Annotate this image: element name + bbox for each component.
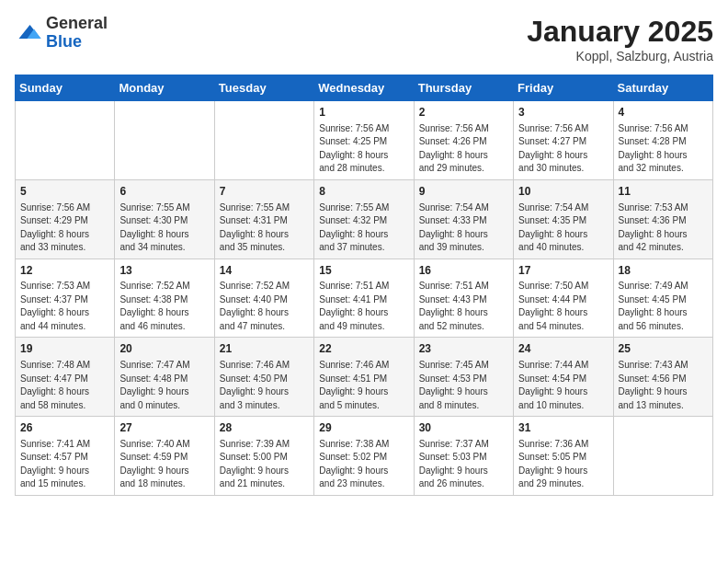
calendar-cell: 10Sunrise: 7:54 AM Sunset: 4:35 PM Dayli… [514,179,613,259]
day-info: Sunrise: 7:53 AM Sunset: 4:36 PM Dayligh… [619,201,708,255]
day-number: 7 [220,184,309,200]
page-header: General Blue January 2025 Koppl, Salzbur… [15,15,713,63]
day-info: Sunrise: 7:49 AM Sunset: 4:45 PM Dayligh… [619,280,708,333]
day-info: Sunrise: 7:51 AM Sunset: 4:43 PM Dayligh… [419,280,508,333]
calendar-cell: 23Sunrise: 7:45 AM Sunset: 4:53 PM Dayli… [414,338,513,417]
day-number: 21 [220,341,309,357]
day-info: Sunrise: 7:56 AM Sunset: 4:28 PM Dayligh… [619,122,708,176]
day-info: Sunrise: 7:52 AM Sunset: 4:38 PM Dayligh… [119,280,209,333]
calendar-cell: 30Sunrise: 7:37 AM Sunset: 5:03 PM Dayli… [414,417,513,496]
week-row-5: 26Sunrise: 7:41 AM Sunset: 4:57 PM Dayli… [16,417,713,496]
weekday-header-friday: Friday [514,75,613,101]
calendar-cell: 7Sunrise: 7:55 AM Sunset: 4:31 PM Daylig… [214,179,313,259]
day-info: Sunrise: 7:36 AM Sunset: 5:05 PM Dayligh… [518,438,608,491]
location-subtitle: Koppl, Salzburg, Austria [527,49,713,63]
day-number: 9 [419,184,508,200]
weekday-header-thursday: Thursday [414,75,513,101]
day-number: 4 [619,105,708,121]
day-info: Sunrise: 7:54 AM Sunset: 4:33 PM Dayligh… [419,201,508,255]
day-info: Sunrise: 7:38 AM Sunset: 5:02 PM Dayligh… [319,438,408,491]
logo: General Blue [15,15,108,52]
weekday-header-tuesday: Tuesday [214,75,313,101]
day-number: 19 [20,341,109,357]
calendar-cell: 15Sunrise: 7:51 AM Sunset: 4:41 PM Dayli… [314,259,414,338]
day-info: Sunrise: 7:46 AM Sunset: 4:50 PM Dayligh… [220,359,309,412]
day-number: 24 [518,341,608,357]
calendar-cell: 24Sunrise: 7:44 AM Sunset: 4:54 PM Dayli… [514,338,613,417]
day-number: 14 [220,263,309,279]
day-info: Sunrise: 7:46 AM Sunset: 4:51 PM Dayligh… [319,359,408,412]
day-info: Sunrise: 7:56 AM Sunset: 4:29 PM Dayligh… [20,201,109,255]
calendar-cell: 2Sunrise: 7:56 AM Sunset: 4:26 PM Daylig… [414,101,513,180]
calendar-cell [115,101,214,180]
calendar-cell: 1Sunrise: 7:56 AM Sunset: 4:25 PM Daylig… [314,101,414,180]
day-number: 13 [119,263,209,279]
day-info: Sunrise: 7:51 AM Sunset: 4:41 PM Dayligh… [319,280,408,333]
weekday-header-saturday: Saturday [613,75,712,101]
day-info: Sunrise: 7:44 AM Sunset: 4:54 PM Dayligh… [518,359,608,412]
day-number: 30 [419,420,508,436]
day-number: 28 [220,420,309,436]
day-number: 18 [619,263,708,279]
calendar-cell [613,417,712,496]
calendar-cell: 17Sunrise: 7:50 AM Sunset: 4:44 PM Dayli… [514,259,613,338]
calendar-cell: 4Sunrise: 7:56 AM Sunset: 4:28 PM Daylig… [613,101,712,180]
day-info: Sunrise: 7:50 AM Sunset: 4:44 PM Dayligh… [518,280,608,333]
calendar-cell: 20Sunrise: 7:47 AM Sunset: 4:48 PM Dayli… [115,338,214,417]
day-info: Sunrise: 7:39 AM Sunset: 5:00 PM Dayligh… [220,438,309,491]
calendar-cell: 31Sunrise: 7:36 AM Sunset: 5:05 PM Dayli… [514,417,613,496]
day-number: 15 [319,263,408,279]
day-info: Sunrise: 7:47 AM Sunset: 4:48 PM Dayligh… [119,359,209,412]
day-info: Sunrise: 7:48 AM Sunset: 4:47 PM Dayligh… [20,359,109,412]
calendar-cell: 12Sunrise: 7:53 AM Sunset: 4:37 PM Dayli… [16,259,115,338]
calendar-cell: 16Sunrise: 7:51 AM Sunset: 4:43 PM Dayli… [414,259,513,338]
calendar-cell: 21Sunrise: 7:46 AM Sunset: 4:50 PM Dayli… [214,338,313,417]
calendar-cell: 26Sunrise: 7:41 AM Sunset: 4:57 PM Dayli… [16,417,115,496]
calendar-cell: 11Sunrise: 7:53 AM Sunset: 4:36 PM Dayli… [613,179,712,259]
day-number: 31 [518,420,608,436]
day-number: 17 [518,263,608,279]
calendar-cell: 6Sunrise: 7:55 AM Sunset: 4:30 PM Daylig… [115,179,214,259]
weekday-header-sunday: Sunday [16,75,115,101]
day-info: Sunrise: 7:55 AM Sunset: 4:31 PM Dayligh… [220,201,309,255]
day-number: 2 [419,105,508,121]
title-block: January 2025 Koppl, Salzburg, Austria [527,15,713,63]
day-info: Sunrise: 7:55 AM Sunset: 4:30 PM Dayligh… [119,201,209,255]
weekday-header-wednesday: Wednesday [314,75,414,101]
day-number: 29 [319,420,408,436]
calendar-cell: 5Sunrise: 7:56 AM Sunset: 4:29 PM Daylig… [16,179,115,259]
day-number: 20 [119,341,209,357]
week-row-3: 12Sunrise: 7:53 AM Sunset: 4:37 PM Dayli… [16,259,713,338]
calendar-cell: 14Sunrise: 7:52 AM Sunset: 4:40 PM Dayli… [214,259,313,338]
day-number: 11 [619,184,708,200]
calendar-cell: 8Sunrise: 7:55 AM Sunset: 4:32 PM Daylig… [314,179,414,259]
month-title: January 2025 [527,15,713,49]
day-number: 27 [119,420,209,436]
calendar-cell [16,101,115,180]
day-info: Sunrise: 7:41 AM Sunset: 4:57 PM Dayligh… [20,438,109,491]
calendar-cell: 29Sunrise: 7:38 AM Sunset: 5:02 PM Dayli… [314,417,414,496]
calendar-table: SundayMondayTuesdayWednesdayThursdayFrid… [15,75,713,496]
day-info: Sunrise: 7:55 AM Sunset: 4:32 PM Dayligh… [319,201,408,255]
week-row-1: 1Sunrise: 7:56 AM Sunset: 4:25 PM Daylig… [16,101,713,180]
calendar-cell: 22Sunrise: 7:46 AM Sunset: 4:51 PM Dayli… [314,338,414,417]
day-info: Sunrise: 7:45 AM Sunset: 4:53 PM Dayligh… [419,359,508,412]
day-info: Sunrise: 7:43 AM Sunset: 4:56 PM Dayligh… [619,359,708,412]
day-info: Sunrise: 7:53 AM Sunset: 4:37 PM Dayligh… [20,280,109,333]
calendar-cell: 19Sunrise: 7:48 AM Sunset: 4:47 PM Dayli… [16,338,115,417]
logo-general-text: General [46,15,108,33]
calendar-cell: 28Sunrise: 7:39 AM Sunset: 5:00 PM Dayli… [214,417,313,496]
calendar-cell: 18Sunrise: 7:49 AM Sunset: 4:45 PM Dayli… [613,259,712,338]
day-number: 6 [119,184,209,200]
day-number: 5 [20,184,109,200]
logo-icon [15,19,42,47]
logo-blue-text: Blue [46,33,108,52]
day-info: Sunrise: 7:40 AM Sunset: 4:59 PM Dayligh… [119,438,209,491]
calendar-cell [214,101,313,180]
day-info: Sunrise: 7:52 AM Sunset: 4:40 PM Dayligh… [220,280,309,333]
calendar-cell: 27Sunrise: 7:40 AM Sunset: 4:59 PM Dayli… [115,417,214,496]
day-info: Sunrise: 7:54 AM Sunset: 4:35 PM Dayligh… [518,201,608,255]
calendar-cell: 13Sunrise: 7:52 AM Sunset: 4:38 PM Dayli… [115,259,214,338]
week-row-4: 19Sunrise: 7:48 AM Sunset: 4:47 PM Dayli… [16,338,713,417]
day-number: 22 [319,341,408,357]
